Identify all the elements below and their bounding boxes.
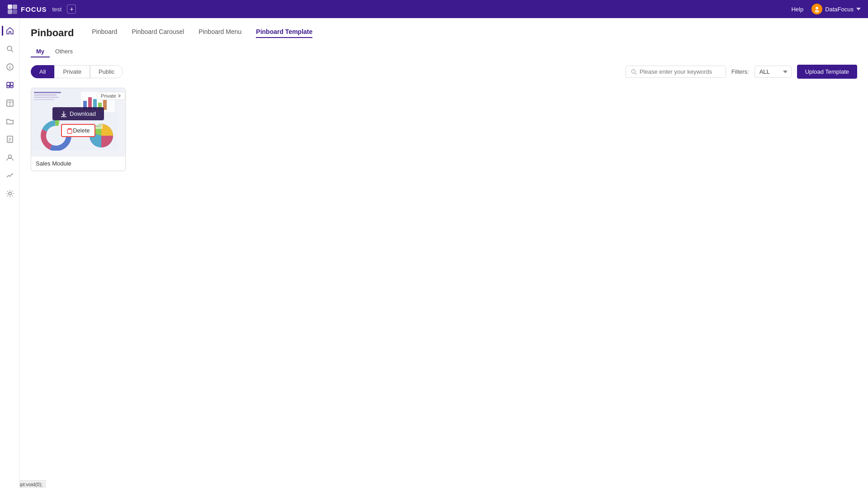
template-card[interactable]: Private (31, 88, 126, 171)
search-input[interactable] (640, 68, 721, 75)
svg-rect-11 (7, 82, 10, 85)
folder-icon (6, 117, 14, 125)
help-link[interactable]: Help (791, 6, 803, 13)
active-indicator (2, 26, 3, 36)
table-icon (6, 99, 14, 107)
pinboard-icon (6, 81, 14, 89)
card-preview: Private (31, 88, 125, 156)
sidebar-item-home[interactable] (2, 23, 18, 39)
svg-point-24 (632, 70, 635, 73)
svg-line-25 (635, 73, 637, 75)
subtab-others[interactable]: Others (50, 46, 78, 57)
filter-private-button[interactable]: Private (54, 65, 90, 78)
download-label: Download (70, 110, 96, 117)
svg-point-6 (7, 46, 12, 51)
search-box-icon (631, 69, 637, 75)
svg-point-4 (816, 7, 818, 9)
svg-rect-1 (13, 5, 17, 9)
logo-icon (7, 4, 17, 14)
info-icon (6, 63, 14, 71)
sidebar-item-pinboard[interactable] (2, 77, 18, 93)
sidebar-item-info[interactable] (2, 59, 18, 75)
svg-rect-27 (34, 92, 61, 93)
main-content: Pinboard Pinboard Pinboard Carousel Pinb… (20, 18, 868, 488)
svg-rect-29 (34, 97, 59, 98)
card-label: Sales Module (31, 156, 125, 171)
sidebar-item-table[interactable] (2, 95, 18, 111)
svg-rect-30 (34, 99, 54, 100)
page-title: Pinboard (31, 27, 74, 39)
filter-row: All Private Public Filters: ALL Recent O… (31, 65, 857, 79)
svg-rect-18 (7, 136, 13, 142)
sub-header: My Others (31, 46, 857, 57)
page-header: Pinboard Pinboard Pinboard Carousel Pinb… (31, 27, 857, 39)
private-badge: Private (97, 92, 125, 100)
task-icon (6, 135, 14, 143)
sidebar-item-analytics[interactable] (2, 167, 18, 184)
svg-rect-28 (34, 95, 57, 95)
upload-template-button[interactable]: Upload Template (797, 65, 857, 79)
sidebar-item-folder[interactable] (2, 113, 18, 129)
tab-template[interactable]: Pinboard Template (256, 28, 312, 38)
svg-point-5 (815, 10, 819, 13)
sidebar-item-user[interactable] (2, 149, 18, 166)
sub-tabs: My Others (31, 46, 78, 57)
app-logo-text: FOCUS (21, 5, 47, 13)
sidebar (0, 18, 20, 488)
search-icon (6, 45, 14, 53)
add-tab-button[interactable]: + (67, 5, 76, 14)
download-button[interactable]: Download (52, 107, 104, 120)
sidebar-item-search[interactable] (2, 41, 18, 57)
home-icon (6, 27, 14, 35)
template-card-grid: Private (31, 88, 857, 171)
analytics-icon (6, 171, 14, 180)
filter-button-group: All Private Public (31, 65, 123, 78)
active-tab-name: test (52, 6, 62, 13)
delete-button[interactable]: Delete (61, 124, 95, 137)
settings-icon (6, 190, 14, 198)
top-nav: FOCUS test + Help DataFocus (0, 0, 868, 18)
svg-rect-48 (67, 129, 72, 133)
svg-point-22 (8, 155, 11, 158)
tab-carousel[interactable]: Pinboard Carousel (132, 28, 184, 38)
svg-rect-2 (8, 9, 12, 14)
user-name: DataFocus (825, 6, 854, 13)
subtab-my[interactable]: My (31, 46, 50, 57)
delete-icon (66, 128, 73, 134)
sidebar-item-task[interactable] (2, 131, 18, 147)
svg-line-7 (11, 50, 13, 52)
svg-rect-12 (10, 82, 13, 85)
tab-pinboard[interactable]: Pinboard (92, 28, 117, 38)
svg-rect-3 (13, 9, 17, 14)
delete-label: Delete (73, 127, 90, 134)
svg-point-42 (50, 129, 62, 142)
nav-right: Help DataFocus (791, 4, 861, 14)
svg-rect-14 (10, 86, 13, 88)
svg-point-10 (9, 65, 10, 66)
filter-select[interactable]: ALL Recent Oldest (755, 66, 792, 78)
sidebar-item-settings[interactable] (2, 185, 18, 202)
svg-rect-13 (7, 86, 9, 88)
svg-rect-0 (8, 5, 12, 9)
badge-text: Private (101, 93, 116, 99)
avatar (811, 4, 822, 14)
chevron-right-icon (118, 94, 121, 98)
download-icon (61, 111, 67, 117)
filters-label: Filters: (731, 68, 749, 75)
search-box[interactable] (626, 66, 726, 78)
svg-point-23 (9, 192, 11, 195)
chevron-down-icon (856, 8, 861, 10)
tab-menu[interactable]: Pinboard Menu (198, 28, 241, 38)
logo-area: FOCUS (7, 4, 47, 14)
user-icon (6, 153, 14, 161)
user-menu[interactable]: DataFocus (811, 4, 861, 14)
filter-public-button[interactable]: Public (90, 65, 123, 78)
filter-all-button[interactable]: All (31, 65, 54, 78)
main-tabs: Pinboard Pinboard Carousel Pinboard Menu… (92, 28, 312, 38)
